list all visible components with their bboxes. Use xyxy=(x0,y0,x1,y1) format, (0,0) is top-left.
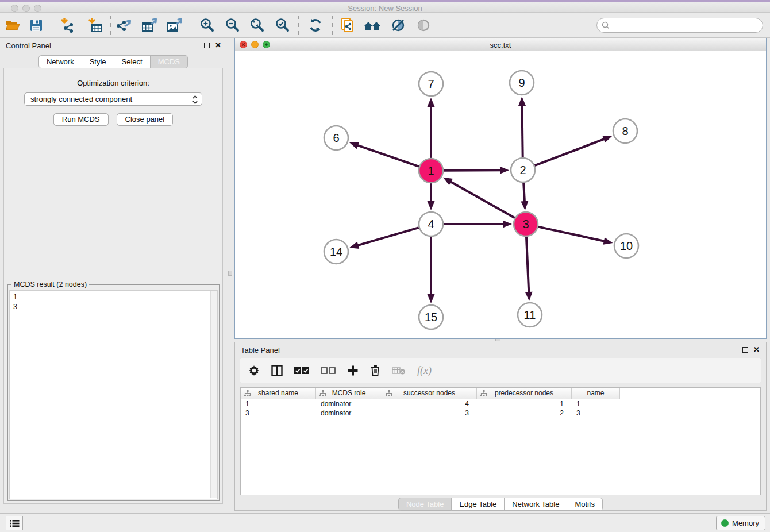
export-table-icon xyxy=(141,18,159,33)
show-panel-button[interactable] xyxy=(414,16,433,34)
float-panel-icon[interactable] xyxy=(204,43,210,48)
open-file-button[interactable] xyxy=(3,16,23,34)
edge-2-8[interactable] xyxy=(535,139,605,166)
split-columns-icon[interactable] xyxy=(271,365,283,376)
edge-1-6[interactable] xyxy=(357,145,419,166)
edge-3-1[interactable] xyxy=(450,182,515,218)
tab-network[interactable]: Network xyxy=(38,55,82,68)
add-column-icon[interactable] xyxy=(347,365,359,376)
tree-icon xyxy=(319,390,326,397)
edge-arrow-1-2 xyxy=(500,167,509,174)
select-all-columns-icon[interactable] xyxy=(294,367,309,375)
table-row[interactable]: 1dominator411 xyxy=(241,399,760,408)
node-label-2: 2 xyxy=(519,164,526,176)
import-network-button[interactable] xyxy=(57,16,77,34)
cell-name[interactable]: 3 xyxy=(572,408,620,418)
tab-motifs[interactable]: Motifs xyxy=(567,498,603,511)
node-label-15: 15 xyxy=(425,311,437,323)
node-label-6: 6 xyxy=(333,132,339,144)
toolbar-separator xyxy=(191,16,191,35)
cell-MCDS-role[interactable]: dominator xyxy=(316,408,382,418)
zoom-fit-button[interactable] xyxy=(248,16,267,34)
application-window: Session: New Session xyxy=(0,0,770,532)
table-panel-title: Table Panel xyxy=(241,346,280,354)
import-table-button[interactable] xyxy=(85,16,105,34)
edge-3-10[interactable] xyxy=(538,227,605,241)
export-network-button[interactable] xyxy=(115,16,134,34)
optimization-criterion-select[interactable]: strongly connected component xyxy=(24,92,202,106)
edge-1-2[interactable] xyxy=(444,170,501,171)
cell-successor-nodes[interactable]: 4 xyxy=(382,399,477,408)
edge-2-9[interactable] xyxy=(522,105,523,157)
search-input[interactable] xyxy=(612,19,758,32)
delete-column-icon[interactable] xyxy=(370,365,380,376)
reset-view-button[interactable] xyxy=(363,16,383,34)
edge-3-11[interactable] xyxy=(526,237,529,293)
node-label-10: 10 xyxy=(620,240,633,252)
tab-node-table[interactable]: Node Table xyxy=(398,498,452,511)
gear-icon[interactable] xyxy=(248,365,260,376)
table-toolbar: f(x) xyxy=(240,358,761,383)
reset-view-icon xyxy=(364,19,382,32)
tree-icon xyxy=(480,390,487,397)
zoom-in-button[interactable] xyxy=(198,16,217,34)
tab-style[interactable]: Style xyxy=(82,55,114,68)
function-builder-icon[interactable]: f(x) xyxy=(417,365,432,377)
cell-predecessor-nodes[interactable]: 2 xyxy=(477,408,572,418)
zoom-selected-button[interactable] xyxy=(273,16,292,34)
column-header-shared-name[interactable]: shared name xyxy=(241,388,316,399)
delete-table-icon[interactable] xyxy=(392,366,406,375)
network-graph[interactable]: 7968124314101511 xyxy=(235,51,766,338)
zoom-out-icon xyxy=(225,18,240,33)
cell-shared-name[interactable]: 3 xyxy=(241,408,316,418)
search-box[interactable] xyxy=(596,18,763,33)
column-header-successor-nodes[interactable]: successor nodes xyxy=(382,388,477,399)
run-mcds-button[interactable]: Run MCDS xyxy=(53,113,109,126)
hide-panel-button[interactable] xyxy=(388,16,408,34)
cell-MCDS-role[interactable]: dominator xyxy=(316,399,382,408)
save-session-button[interactable] xyxy=(26,16,46,34)
mcds-result-text: 1 3 xyxy=(13,292,208,497)
tab-select[interactable]: Select xyxy=(114,55,151,68)
cell-successor-nodes[interactable]: 3 xyxy=(382,408,477,418)
float-table-panel-icon[interactable] xyxy=(742,347,748,353)
zoom-in-icon xyxy=(200,18,215,33)
cell-predecessor-nodes[interactable]: 1 xyxy=(477,399,572,408)
cell-name[interactable]: 1 xyxy=(572,399,620,408)
edge-arrow-2-9 xyxy=(518,97,526,106)
clone-network-button[interactable] xyxy=(338,16,357,34)
result-scrollbar[interactable] xyxy=(210,291,217,498)
zoom-out-button[interactable] xyxy=(223,16,242,34)
close-panel-icon[interactable]: ✕ xyxy=(215,41,221,49)
vertical-splitter[interactable] xyxy=(226,38,234,513)
tab-network-table[interactable]: Network Table xyxy=(505,498,567,511)
tab-edge-table[interactable]: Edge Table xyxy=(452,498,505,511)
column-header-predecessor-nodes[interactable]: predecessor nodes xyxy=(477,388,572,399)
edge-arrow-4-14 xyxy=(349,242,359,249)
cell-shared-name[interactable]: 1 xyxy=(241,399,316,408)
show-panels-button[interactable] xyxy=(6,516,23,530)
close-panel-button[interactable]: Close panel xyxy=(117,113,174,126)
close-table-panel-icon[interactable]: ✕ xyxy=(753,345,760,354)
splitter-handle[interactable] xyxy=(228,271,232,276)
table-panel-tabs: Node TableEdge TableNetwork TableMotifs xyxy=(235,498,766,511)
mcds-result-group: MCDS result (2 nodes) 1 3 xyxy=(7,284,220,501)
memory-button[interactable]: Memory xyxy=(716,516,765,530)
edge-2-3[interactable] xyxy=(523,183,525,202)
column-header-name[interactable]: name xyxy=(572,388,620,399)
hide-panel-icon xyxy=(390,18,406,32)
edge-4-14[interactable] xyxy=(357,228,418,245)
export-table-button[interactable] xyxy=(140,16,160,34)
node-table[interactable]: shared nameMCDS rolesuccessor nodesprede… xyxy=(240,387,761,495)
export-image-button[interactable] xyxy=(165,16,185,34)
mcds-result-area[interactable]: 1 3 xyxy=(9,290,218,499)
node-label-7: 7 xyxy=(428,78,434,90)
apply-layout-button[interactable] xyxy=(306,16,325,34)
tab-mcds[interactable]: MCDS xyxy=(151,55,188,68)
network-view-window: ✕ – + scc.txt 7968124314101511 xyxy=(234,38,767,339)
unselect-all-columns-icon[interactable] xyxy=(321,367,336,375)
column-header-MCDS-role[interactable]: MCDS role xyxy=(316,388,382,399)
toolbar-separator xyxy=(110,16,111,35)
table-row[interactable]: 3dominator323 xyxy=(241,408,760,418)
table-panel-header: Table Panel ✕ xyxy=(235,342,766,357)
